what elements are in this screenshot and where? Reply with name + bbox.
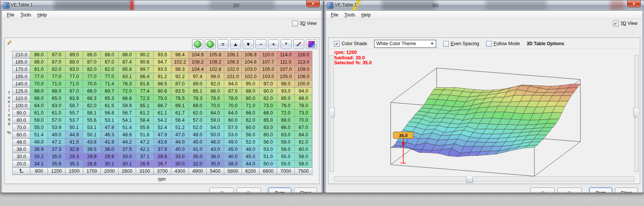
table-cell[interactable]: 107.7 xyxy=(260,59,277,66)
table-cell[interactable]: 68.0 xyxy=(277,117,295,124)
close-icon[interactable] xyxy=(627,0,641,7)
table-cell[interactable]: 49.0 xyxy=(224,139,242,146)
table-cell[interactable]: 58.0 xyxy=(295,160,312,168)
row-header-fuelload[interactable]: 155.0 xyxy=(13,73,30,80)
table-cell[interactable]: 87.0 xyxy=(224,88,242,95)
vertical-slider-left[interactable] xyxy=(330,55,334,172)
close-button[interactable]: Close xyxy=(615,188,638,193)
table-cell[interactable]: 94.7 xyxy=(154,59,171,66)
table-cell[interactable]: 52.0 xyxy=(189,124,207,131)
table-cell[interactable]: 56.0 xyxy=(242,131,260,139)
table-cell[interactable]: 50.1 xyxy=(66,124,83,131)
table-cell[interactable]: 76.5 xyxy=(171,95,189,102)
table-cell[interactable]: 104.4 xyxy=(189,66,207,73)
table-cell[interactable]: 55.6 xyxy=(83,117,101,124)
table-cell[interactable]: 33.0 xyxy=(118,153,136,160)
slider-thumb[interactable] xyxy=(466,175,473,183)
table-cell[interactable]: 45.0 xyxy=(224,146,242,153)
set-equal-button[interactable]: = xyxy=(217,39,228,49)
table-cell[interactable]: 59.0 xyxy=(207,117,224,124)
table-cell[interactable]: 73.0 xyxy=(295,110,312,117)
table-cell[interactable]: 38.0 xyxy=(207,153,224,160)
table-cell[interactable]: 56.4 xyxy=(171,117,189,124)
table-cell[interactable]: 70.0 xyxy=(30,80,48,88)
add-button[interactable]: + xyxy=(268,39,279,49)
checkbox-box[interactable] xyxy=(486,41,492,47)
3d-view-checkbox[interactable]: 3D View xyxy=(613,21,638,26)
column-header-rpm[interactable]: 1700 xyxy=(83,168,101,175)
table-cell[interactable]: 93.0 xyxy=(277,88,295,95)
menu-file[interactable]: File xyxy=(4,11,17,18)
table-cell[interactable]: 83.1 xyxy=(118,73,136,80)
table-cell[interactable]: 73.0 xyxy=(260,102,277,110)
table-cell[interactable]: 37.1 xyxy=(136,153,154,160)
table-cell[interactable]: 94.0 xyxy=(224,80,242,88)
table-cell[interactable]: 87.0 xyxy=(171,80,189,88)
undo-button[interactable]: ↶ xyxy=(530,188,555,193)
burn-button[interactable]: Burn xyxy=(589,188,612,193)
table-cell[interactable]: 53.0 xyxy=(224,131,242,139)
table-cell[interactable]: 86.0 xyxy=(295,95,312,102)
table-cell[interactable]: 47.1 xyxy=(48,139,66,146)
table-cell[interactable]: 55.6 xyxy=(136,124,154,131)
table-cell[interactable]: 59.9 xyxy=(118,102,136,110)
menu-file[interactable]: File xyxy=(328,11,341,18)
column-header-rpm[interactable]: 2600 xyxy=(118,168,136,175)
table-cell[interactable]: 103.0 xyxy=(242,66,260,73)
table-cell[interactable]: 82.0 xyxy=(48,66,66,73)
table-cell[interactable]: 29.9 xyxy=(83,153,101,160)
table-cell[interactable]: 29.3 xyxy=(66,153,83,160)
table-cell[interactable]: 66.3 xyxy=(83,95,101,102)
table-cell[interactable]: 60.0 xyxy=(242,124,260,131)
table-cell[interactable]: 61.0 xyxy=(295,139,312,146)
table-cell[interactable]: 58.4 xyxy=(136,117,154,124)
column-header-rpm[interactable]: 1200 xyxy=(48,168,66,175)
table-cell[interactable]: 72.0 xyxy=(118,88,136,95)
table-cell[interactable]: 66.0 xyxy=(242,110,260,117)
table-cell[interactable]: 78.0 xyxy=(224,95,242,102)
table-cell[interactable]: 41.0 xyxy=(189,146,207,153)
table-cell[interactable]: 102.2 xyxy=(171,59,189,66)
table-cell[interactable]: 52.0 xyxy=(242,139,260,146)
table-cell[interactable]: 70.0 xyxy=(295,117,312,124)
table-cell[interactable]: 90.0 xyxy=(260,88,277,95)
table-cell[interactable]: 105.0 xyxy=(277,73,295,80)
table-cell[interactable]: 53.0 xyxy=(260,146,277,153)
table-cell[interactable]: 42.1 xyxy=(136,146,154,153)
table-cell[interactable]: 71.0 xyxy=(242,102,260,110)
table-cell[interactable]: 82.0 xyxy=(260,95,277,102)
menu-help[interactable]: Help xyxy=(34,11,50,18)
table-cell[interactable]: 77.0 xyxy=(30,73,48,80)
table-cell[interactable]: 50.0 xyxy=(260,160,277,168)
table-cell[interactable]: 26.9 xyxy=(136,160,154,168)
decrement-button[interactable]: ▼ xyxy=(243,39,254,49)
table-cell[interactable]: 41.5 xyxy=(66,139,83,146)
table-cell[interactable]: 46.3 xyxy=(101,131,118,139)
even-spacing-checkbox[interactable]: Even Spacing xyxy=(443,41,479,47)
table-cell[interactable]: 66.0 xyxy=(83,88,101,95)
table-cell[interactable]: 61.0 xyxy=(48,110,66,117)
row-header-fuelload[interactable]: 48.0 xyxy=(13,139,30,146)
table-cell[interactable]: 64.0 xyxy=(30,102,48,110)
table-cell[interactable]: 106.9 xyxy=(242,51,260,59)
table-cell[interactable]: 91.2 xyxy=(154,73,171,80)
burn-button[interactable]: Burn xyxy=(268,188,291,193)
column-header-rpm[interactable]: 2000 xyxy=(101,168,118,175)
table-cell[interactable]: 51.4 xyxy=(118,124,136,131)
table-cell[interactable]: 62.0 xyxy=(189,110,207,117)
table-cell[interactable]: 43.8 xyxy=(83,139,101,146)
table-cell[interactable]: 81.6 xyxy=(136,80,154,88)
checkbox-box[interactable] xyxy=(443,41,449,47)
table-cell[interactable]: 86.0 xyxy=(207,88,224,95)
table-cell[interactable]: 65.3 xyxy=(101,95,118,102)
table-cell[interactable]: 63.0 xyxy=(260,124,277,131)
table-cell[interactable]: 102.0 xyxy=(224,66,242,73)
table-cell[interactable]: 76.0 xyxy=(277,102,295,110)
color-theme-dropdown[interactable]: White Color Theme xyxy=(374,40,436,48)
table-cell[interactable]: 105.8 xyxy=(207,51,224,59)
table-cell[interactable]: 57.0 xyxy=(224,124,242,131)
table-cell[interactable]: 66.0 xyxy=(277,124,295,131)
column-header-rpm[interactable]: 5400 xyxy=(207,168,224,175)
table-cell[interactable]: 85.0 xyxy=(277,95,295,102)
pencil-edit-button[interactable] xyxy=(293,39,304,49)
